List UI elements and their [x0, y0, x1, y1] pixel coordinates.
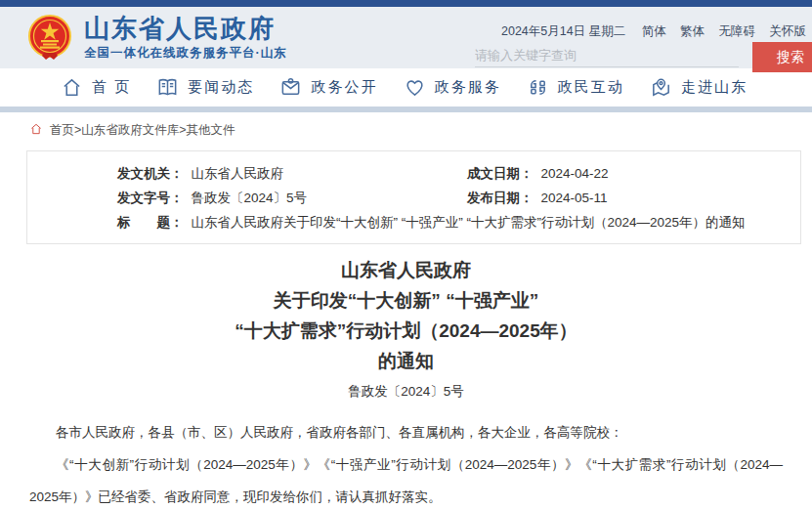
link-care-version[interactable]: 关怀版	[770, 24, 807, 38]
home-icon	[61, 76, 83, 99]
document-meta-box: 发文机关： 山东省人民政府 成文日期： 2024-04-22 发文字号： 鲁政发…	[26, 150, 801, 244]
meta-issuing-authority: 发文机关： 山东省人民政府	[27, 161, 467, 186]
nav-item-interaction[interactable]: 政民互动	[527, 76, 624, 99]
link-traditional[interactable]: 繁体	[680, 24, 705, 38]
meta-written-date: 成文日期： 2024-04-22	[467, 161, 609, 186]
dialogue-icon	[527, 76, 549, 99]
envelope-icon	[279, 76, 302, 99]
home-icon	[29, 122, 43, 139]
meta-row: 发文字号： 鲁政发〔2024〕5号 发布日期： 2024-05-11	[27, 186, 800, 210]
meta-row: 标 题： 山东省人民政府关于印发“十大创新” “十强产业” “十大扩需求”行动计…	[27, 210, 800, 234]
meta-row: 发文机关： 山东省人民政府 成文日期： 2024-04-22	[27, 161, 800, 186]
search-input[interactable]	[475, 44, 739, 67]
document-title-line: 的通知	[0, 346, 812, 376]
national-emblem-icon	[27, 15, 72, 62]
link-simplified[interactable]: 简体	[642, 24, 666, 38]
document-title-line: 山东省人民政府	[0, 255, 812, 285]
date-text: 2024年5月14日 星期二	[501, 24, 625, 38]
breadcrumb: 首页>山东省政府文件库>其他文件	[0, 112, 812, 147]
main-nav: 首 页 要闻动态 政务公开 政务服务 政民互动	[0, 68, 812, 106]
nav-item-label: 政民互动	[558, 78, 624, 97]
site-header: 山东省人民政府 全国一体化在线政务服务平台·山东 2024年5月14日 星期二 …	[0, 7, 812, 68]
map-pin-icon	[650, 76, 672, 99]
site-subtitle: 全国一体化在线政务服务平台·山东	[84, 45, 287, 62]
nav-item-home[interactable]: 首 页	[61, 76, 131, 99]
breadcrumb-links[interactable]: 首页>山东省政府文件库>其他文件	[50, 122, 235, 139]
body-paragraph: 《“十大创新”行动计划（2024—2025年）》《“十强产业”行动计划（2024…	[29, 448, 783, 510]
document-body: 各市人民政府，各县（市、区）人民政府，省政府各部门、各直属机构，各大企业，各高等…	[0, 416, 812, 510]
link-accessibility[interactable]: 无障碍	[719, 24, 756, 38]
nav-item-label: 要闻动态	[188, 78, 254, 97]
brand[interactable]: 山东省人民政府 全国一体化在线政务服务平台·山东	[27, 15, 287, 62]
salutation-paragraph: 各市人民政府，各县（市、区）人民政府，省政府各部门、各直属机构，各大企业，各高等…	[29, 416, 783, 448]
nav-item-news[interactable]: 要闻动态	[156, 76, 254, 99]
content-area: 首页>山东省政府文件库>其他文件 发文机关： 山东省人民政府 成文日期： 202…	[0, 112, 812, 510]
nav-item-label: 政务服务	[435, 78, 501, 97]
document-number: 鲁政发〔2024〕5号	[0, 383, 812, 401]
meta-publish-date: 发布日期： 2024-05-11	[467, 186, 608, 210]
nav-item-label: 政务公开	[311, 78, 377, 97]
book-icon	[156, 76, 179, 99]
document-title-line: 关于印发“十大创新” “十强产业”	[0, 285, 812, 316]
brand-text: 山东省人民政府 全国一体化在线政务服务平台·山东	[84, 15, 287, 62]
nav-item-label: 首 页	[92, 78, 131, 97]
document-title-line: “十大扩需求”行动计划（2024—2025年）	[0, 316, 812, 346]
search-button[interactable]: 搜索	[752, 42, 812, 72]
meta-doc-number: 发文字号： 鲁政发〔2024〕5号	[27, 186, 467, 210]
nav-item-gov-affairs[interactable]: 政务公开	[279, 76, 377, 99]
nav-item-enter-shandong[interactable]: 走进山东	[650, 76, 748, 99]
nav-item-label: 走进山东	[681, 78, 748, 97]
meta-title: 标 题： 山东省人民政府关于印发“十大创新” “十强产业” “十大扩需求”行动计…	[27, 210, 765, 234]
document-title: 山东省人民政府 关于印发“十大创新” “十强产业” “十大扩需求”行动计划（20…	[0, 255, 812, 376]
utility-bar: 2024年5月14日 星期二 简体 繁体 无障碍 关怀版 智能机器人 登录 注册	[501, 23, 812, 40]
topbar	[0, 0, 812, 7]
page: 山东省人民政府 全国一体化在线政务服务平台·山东 2024年5月14日 星期二 …	[0, 0, 812, 510]
nav-item-services[interactable]: 政务服务	[404, 76, 501, 99]
heart-icon	[404, 76, 426, 99]
site-title: 山东省人民政府	[84, 15, 287, 42]
